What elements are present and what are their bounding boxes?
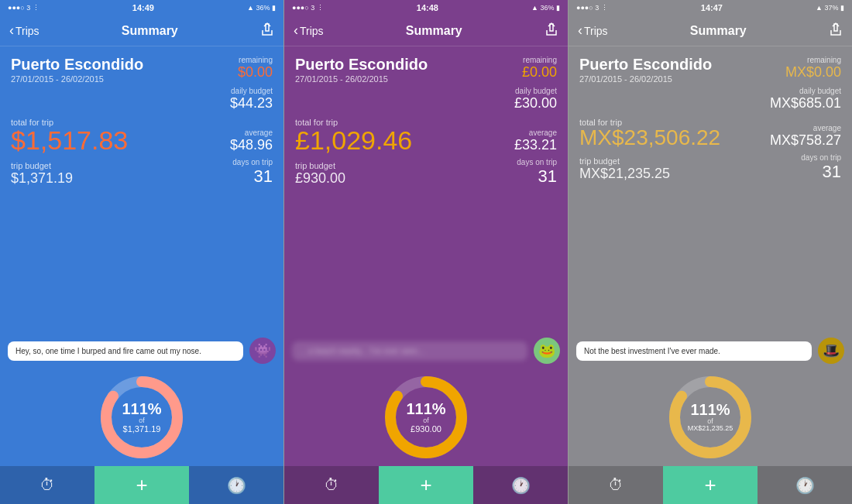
tab-bar: ⏱ + 🕐 — [569, 466, 852, 504]
donut-percent: 111% — [406, 401, 445, 417]
trip-name: Puerto Escondido — [295, 56, 428, 73]
tab-clock-button[interactable]: ⏱ — [284, 466, 379, 504]
message-bubble: Not the best investment I've ever made. — [576, 341, 812, 361]
trip-name: Puerto Escondido — [579, 56, 712, 73]
tab-add-button[interactable]: + — [663, 466, 758, 504]
days-section: days on trip 31 — [801, 153, 841, 182]
days-value: 31 — [232, 166, 273, 187]
nav-title: Summary — [406, 24, 462, 38]
budget-value: $1,371.19 — [11, 170, 73, 187]
tab-history-button[interactable]: 🕐 — [758, 466, 852, 504]
plus-icon: + — [704, 473, 716, 497]
signal-status: ●●●○ 3 ⋮ — [576, 4, 608, 12]
average-section: average $48.96 — [230, 129, 273, 153]
remaining-value: $0.00 — [238, 64, 273, 81]
trip-name: Puerto Escondido — [11, 56, 143, 73]
total-section: total for trip $1,517.83 — [11, 118, 128, 153]
donut-amount: $1,371.19 — [122, 424, 161, 434]
battery-status: ▲ 36% ▮ — [247, 4, 276, 12]
message-area: ... a beach nearby... I've ever seen... … — [292, 336, 560, 365]
message-avatar: 🐸 — [534, 338, 560, 364]
donut-center-text: 111% of MX$21,235.25 — [688, 402, 733, 433]
total-value: £1,029.46 — [295, 127, 412, 153]
daily-budget-value: MX$685.01 — [770, 95, 841, 111]
tab-add-button[interactable]: + — [94, 466, 189, 504]
donut-center-text: 111% of £930.00 — [406, 401, 445, 434]
plus-icon: + — [136, 473, 147, 497]
share-button[interactable] — [545, 22, 558, 39]
tab-history-button[interactable]: 🕐 — [189, 466, 283, 504]
history-icon: 🕐 — [511, 476, 531, 495]
remaining-label: remaining — [238, 56, 273, 64]
nav-back-button[interactable]: ‹ Trips — [294, 22, 324, 39]
budget-value: £930.00 — [295, 170, 345, 187]
history-icon: 🕐 — [227, 476, 246, 495]
nav-bar: ‹ Trips Summary — [569, 15, 852, 46]
tab-clock-button[interactable]: ⏱ — [569, 466, 663, 504]
average-section: average MX$758.27 — [770, 124, 841, 149]
total-section: total for trip MX$23,506.22 — [579, 118, 720, 149]
message-avatar: 🎩 — [818, 338, 844, 364]
remaining-value: £0.00 — [522, 64, 557, 81]
plus-icon: + — [420, 473, 431, 497]
share-button[interactable] — [829, 22, 843, 39]
message-bubble: Hey, so, one time I burped and fire came… — [8, 341, 243, 361]
days-value: 31 — [517, 166, 557, 187]
average-value: £33.21 — [514, 137, 557, 153]
message-area: Not the best investment I've ever made. … — [576, 336, 844, 365]
donut-percent: 111% — [688, 402, 733, 417]
message-bubble: ... a beach nearby... I've ever seen... — [292, 341, 527, 361]
budget-label: trip budget — [579, 156, 670, 166]
time-display: 14:47 — [701, 3, 723, 12]
days-label: days on trip — [801, 153, 841, 162]
remaining-label: remaining — [785, 56, 841, 64]
donut-container: 111% of $1,371.19 — [99, 375, 184, 460]
donut-of-label: of — [122, 417, 161, 424]
chevron-left-icon: ‹ — [578, 22, 582, 39]
trip-dates: 27/01/2015 - 26/02/2015 — [11, 74, 143, 84]
donut-chart-area: 111% of $1,371.19 — [0, 370, 283, 466]
message-area: Hey, so, one time I burped and fire came… — [8, 336, 276, 365]
back-label: Trips — [15, 25, 40, 37]
donut-amount: MX$21,235.25 — [688, 425, 733, 433]
nav-title: Summary — [122, 24, 178, 38]
tab-bar: ⏱ + 🕐 — [284, 466, 568, 504]
trip-info: Puerto Escondido 27/01/2015 - 26/02/2015 — [11, 56, 143, 84]
phone-panel-purple: ●●●○ 3 ⋮ 14:48 ▲ 36% ▮ ‹ Trips Summary P… — [284, 0, 568, 504]
nav-bar: ‹ Trips Summary — [0, 15, 283, 46]
remaining-section: remaining $0.00 — [238, 56, 273, 81]
phone-panel-blue: ●●●○ 3 ⋮ 14:49 ▲ 36% ▮ ‹ Trips Summary P… — [0, 0, 283, 504]
budget-section: trip budget MX$21,235.25 — [579, 156, 670, 182]
nav-title: Summary — [690, 24, 747, 38]
daily-budget-section: daily budget £30.00 — [514, 87, 557, 111]
budget-value: MX$21,235.25 — [579, 166, 670, 182]
budget-label: trip budget — [11, 161, 73, 170]
tab-history-button[interactable]: 🕐 — [473, 466, 568, 504]
chevron-left-icon: ‹ — [9, 22, 14, 39]
daily-budget-label: daily budget — [770, 87, 841, 95]
average-label: average — [230, 129, 273, 137]
time-display: 14:49 — [132, 3, 154, 12]
nav-back-button[interactable]: ‹ Trips — [9, 22, 40, 39]
daily-budget-section: daily budget MX$685.01 — [770, 87, 841, 111]
signal-status: ●●●○ 3 ⋮ — [8, 4, 40, 12]
share-button[interactable] — [260, 22, 274, 39]
battery-status: ▲ 37% ▮ — [816, 4, 844, 12]
status-bar: ●●●○ 3 ⋮ 14:47 ▲ 37% ▮ — [569, 0, 852, 15]
history-icon: 🕐 — [795, 476, 815, 495]
signal-status: ●●●○ 3 ⋮ — [292, 4, 324, 12]
average-section: average £33.21 — [514, 129, 557, 153]
daily-budget-value: $44.23 — [230, 95, 273, 111]
donut-chart-area: 111% of £930.00 — [284, 370, 568, 466]
nav-back-button[interactable]: ‹ Trips — [578, 22, 608, 39]
tab-bar: ⏱ + 🕐 — [0, 466, 283, 504]
trip-info: Puerto Escondido 27/01/2015 - 26/02/2015 — [295, 56, 428, 84]
average-value: MX$758.27 — [770, 132, 841, 149]
total-section: total for trip £1,029.46 — [295, 118, 412, 153]
donut-amount: £930.00 — [406, 424, 445, 434]
clock-icon: ⏱ — [608, 476, 624, 494]
tab-clock-button[interactable]: ⏱ — [0, 466, 94, 504]
average-value: $48.96 — [230, 137, 273, 153]
tab-add-button[interactable]: + — [379, 466, 473, 504]
clock-icon: ⏱ — [40, 476, 55, 494]
